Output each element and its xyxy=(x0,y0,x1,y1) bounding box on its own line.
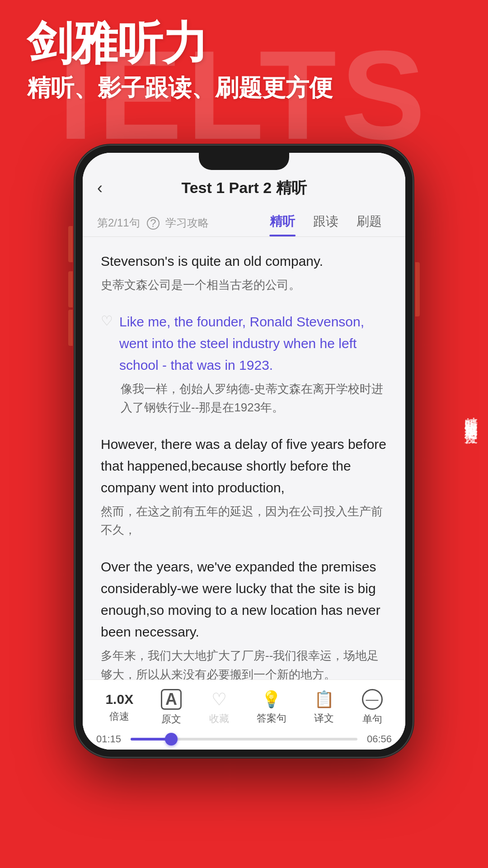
progress-track[interactable] xyxy=(131,738,357,741)
paragraph-1: Stevenson's is quite an old company. 史蒂文… xyxy=(101,250,387,295)
speed-value: 1.0X xyxy=(105,692,133,707)
side-text: 精听跟读刷题更方便 xyxy=(462,407,479,423)
translate-label: 译文 xyxy=(314,712,334,725)
answer-icon: 💡 xyxy=(261,690,282,709)
phone-outer: ‹ Test 1 Part 2 精听 第2/11句 ? 学习攻略 精听 跟读 刷… xyxy=(75,145,413,758)
paragraph-1-chinese: 史蒂文森公司是一个相当古老的公司。 xyxy=(101,276,387,295)
progress-thumb[interactable] xyxy=(165,733,178,745)
single-icon: — xyxy=(362,689,383,710)
heart-icon[interactable]: ♡ xyxy=(101,313,113,329)
translate-icon: 📋 xyxy=(314,690,334,709)
tabs-row: 第2/11句 ? 学习攻略 精听 跟读 刷题 xyxy=(83,206,405,237)
paragraph-4: Over the years, we've expanded the premi… xyxy=(101,556,387,679)
original-label: 原文 xyxy=(161,712,181,726)
paragraph-4-chinese: 多年来，我们大大地扩大了厂房--我们很幸运，场地足够大，所以从来没有必要搬到一个… xyxy=(101,646,387,679)
toolbar-icons: 1.0X 倍速 A 原文 ♡ 收藏 xyxy=(83,689,405,726)
scroll-content[interactable]: Stevenson's is quite an old company. 史蒂文… xyxy=(83,237,405,679)
toolbar-collect[interactable]: ♡ 收藏 xyxy=(209,689,229,726)
phone-notch xyxy=(199,153,289,170)
question-mark-icon[interactable]: ? xyxy=(147,217,160,230)
app-content: ‹ Test 1 Part 2 精听 第2/11句 ? 学习攻略 精听 跟读 刷… xyxy=(83,153,405,750)
paragraph-2-highlighted: ♡ Like me, the founder, Ronald Stevenson… xyxy=(101,311,387,417)
toolbar-translate[interactable]: 📋 译文 xyxy=(314,690,334,725)
tab-jiting[interactable]: 精听 xyxy=(261,209,304,236)
hero-title: 剑雅听力 xyxy=(27,18,333,68)
phone-screen: ‹ Test 1 Part 2 精听 第2/11句 ? 学习攻略 精听 跟读 刷… xyxy=(83,153,405,750)
paragraph-3-chinese: 然而，在这之前有五年的延迟，因为在公司投入生产前不久， xyxy=(101,502,387,540)
toolbar-single[interactable]: — 单句 xyxy=(362,689,383,726)
collect-icon: ♡ xyxy=(211,689,227,709)
paragraph-1-english: Stevenson's is quite an old company. xyxy=(101,250,387,272)
hero-subtitle: 精听、影子跟读、刷题更方便 xyxy=(27,72,333,104)
toolbar-speed[interactable]: 1.0X 倍速 xyxy=(105,692,133,723)
original-icon: A xyxy=(161,689,182,710)
tab-gendu[interactable]: 跟读 xyxy=(304,209,347,236)
tab-shuti[interactable]: 刷题 xyxy=(347,209,391,236)
collect-label: 收藏 xyxy=(209,712,229,726)
paragraph-2-chinese: 像我一样，创始人罗纳德-史蒂文森在离开学校时进入了钢铁行业--那是在1923年。 xyxy=(101,380,387,417)
phone-wrapper: ‹ Test 1 Part 2 精听 第2/11句 ? 学习攻略 精听 跟读 刷… xyxy=(75,145,413,758)
progress-fill xyxy=(131,738,171,741)
paragraph-3-english: However, there was a delay of five years… xyxy=(101,434,387,499)
total-time: 06:56 xyxy=(365,733,392,745)
toolbar-answer[interactable]: 💡 答案句 xyxy=(257,690,286,725)
header-title: Test 1 Part 2 精听 xyxy=(181,178,306,198)
bottom-toolbar: 1.0X 倍速 A 原文 ♡ 收藏 xyxy=(83,679,405,750)
side-text-chars: 精听跟读刷题更方便 xyxy=(462,407,479,423)
back-button[interactable]: ‹ xyxy=(97,179,103,198)
toolbar-original[interactable]: A 原文 xyxy=(161,689,182,726)
progress-section: 01:15 06:56 xyxy=(83,733,405,745)
paragraph-2-english: Like me, the founder, Ronald Stevenson, … xyxy=(119,311,387,376)
paragraph-4-english: Over the years, we've expanded the premi… xyxy=(101,556,387,643)
current-time: 01:15 xyxy=(96,733,123,745)
answer-label: 答案句 xyxy=(257,712,286,725)
single-label: 单句 xyxy=(362,712,382,726)
speed-label: 倍速 xyxy=(109,710,129,723)
hero-section: 剑雅听力 精听、影子跟读、刷题更方便 xyxy=(27,18,333,104)
sentence-info: 第2/11句 ? 学习攻略 xyxy=(97,216,261,230)
tabs-group: 精听 跟读 刷题 xyxy=(261,209,391,236)
paragraph-3: However, there was a delay of five years… xyxy=(101,434,387,540)
highlight-header: ♡ Like me, the founder, Ronald Stevenson… xyxy=(101,311,387,376)
